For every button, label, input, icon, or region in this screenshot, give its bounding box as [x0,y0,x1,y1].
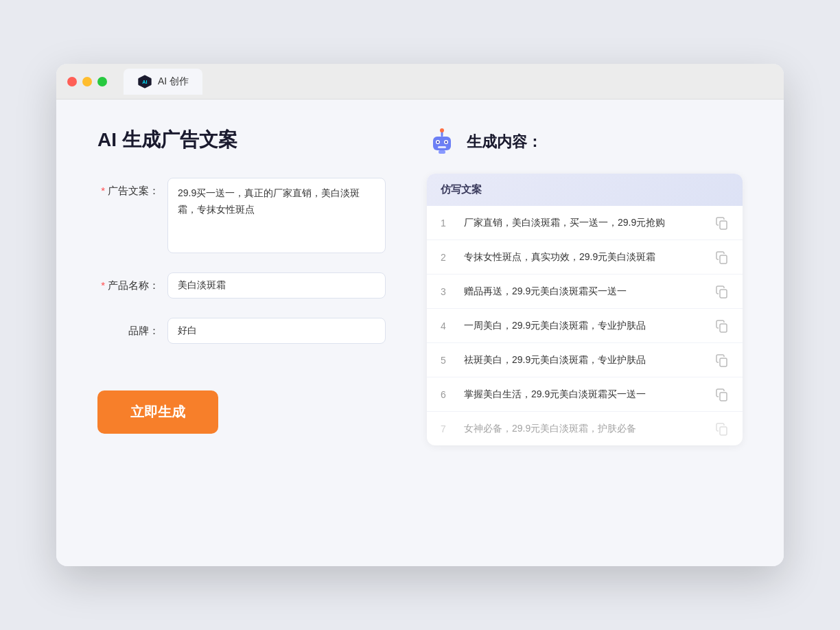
traffic-lights [67,77,107,86]
svg-rect-15 [720,358,727,366]
results-table: 仿写文案 1 厂家直销，美白淡斑霜，买一送一，29.9元抢购 2 专抹女性斑点，… [427,174,743,445]
page-title: AI 生成广告文案 [97,127,386,153]
row-num: 1 [441,218,453,229]
brand-label: 品牌： [97,318,159,338]
svg-rect-13 [720,290,727,298]
ad-copy-required-star: * [101,185,105,196]
copy-icon[interactable] [715,319,729,333]
table-row: 1 厂家直销，美白淡斑霜，买一送一，29.9元抢购 [427,206,743,240]
table-row: 5 祛斑美白，29.9元美白淡斑霜，专业护肤品 [427,343,743,377]
row-num: 4 [441,320,453,331]
row-text: 赠品再送，29.9元美白淡斑霜买一送一 [464,284,704,299]
row-text: 一周美白，29.9元美白淡斑霜，专业护肤品 [464,318,704,333]
row-num: 3 [441,286,453,297]
product-name-input[interactable] [167,272,386,299]
ad-copy-label: *广告文案： [97,178,159,198]
svg-rect-14 [720,324,727,332]
row-text: 女神必备，29.9元美白淡斑霜，护肤必备 [464,421,704,436]
minimize-button[interactable] [82,77,92,86]
table-row: 6 掌握美白生活，29.9元美白淡斑霜买一送一 [427,377,743,412]
table-row: 3 赠品再送，29.9元美白淡斑霜买一送一 [427,275,743,309]
row-text: 专抹女性斑点，真实功效，29.9元美白淡斑霜 [464,250,704,264]
maximize-button[interactable] [97,77,107,86]
svg-rect-17 [720,427,727,435]
ai-creation-tab[interactable]: AI AI 创作 [124,69,202,95]
svg-point-4 [440,128,444,132]
row-num: 6 [441,389,453,400]
ai-tab-icon: AI [137,74,152,89]
row-num: 5 [441,355,453,366]
main-content: AI 生成广告文案 *广告文案： 29.9买一送一，真正的厂家直销，美白淡斑霜，… [56,100,784,566]
table-row: 7 女神必备，29.9元美白淡斑霜，护肤必备 [427,412,743,445]
row-text: 厂家直销，美白淡斑霜，买一送一，29.9元抢购 [464,215,704,230]
result-header: 生成内容： [427,127,743,157]
title-bar: AI AI 创作 [56,64,784,100]
product-required-star: * [101,279,105,291]
robot-icon [427,127,457,157]
copy-icon[interactable] [715,422,729,436]
table-row: 2 专抹女性斑点，真实功效，29.9元美白淡斑霜 [427,240,743,275]
product-name-row: *产品名称： [97,272,386,299]
svg-rect-12 [720,255,727,264]
product-name-label: *产品名称： [97,272,159,292]
copy-icon[interactable] [715,285,729,299]
svg-rect-16 [720,393,727,401]
brand-row: 品牌： [97,318,386,344]
row-text: 掌握美白生活，29.9元美白淡斑霜买一送一 [464,387,704,401]
svg-point-8 [445,141,447,143]
row-num: 2 [441,252,453,263]
copy-icon[interactable] [715,216,729,230]
browser-window: AI AI 创作 AI 生成广告文案 *广告文案： 29.9买一送一，真正的厂家… [56,64,784,566]
result-title: 生成内容： [467,132,542,152]
svg-text:AI: AI [142,79,147,85]
table-header: 仿写文案 [427,174,743,206]
copy-icon[interactable] [715,353,729,367]
right-panel: 生成内容： 仿写文案 1 厂家直销，美白淡斑霜，买一送一，29.9元抢购 2 专… [427,127,743,539]
svg-rect-9 [438,146,446,148]
left-panel: AI 生成广告文案 *广告文案： 29.9买一送一，真正的厂家直销，美白淡斑霜，… [97,127,386,539]
generate-button[interactable]: 立即生成 [97,390,218,434]
row-text: 祛斑美白，29.9元美白淡斑霜，专业护肤品 [464,353,704,367]
tab-label: AI 创作 [158,75,189,88]
table-row: 4 一周美白，29.9元美白淡斑霜，专业护肤品 [427,309,743,343]
brand-input[interactable] [167,318,386,344]
ad-copy-row: *广告文案： 29.9买一送一，真正的厂家直销，美白淡斑霜，专抹女性斑点 [97,178,386,253]
svg-rect-10 [439,150,445,154]
copy-icon[interactable] [715,250,729,264]
svg-rect-11 [720,221,727,229]
svg-point-7 [437,141,439,143]
close-button[interactable] [67,77,77,86]
copy-icon[interactable] [715,388,729,401]
ad-copy-input[interactable]: 29.9买一送一，真正的厂家直销，美白淡斑霜，专抹女性斑点 [167,178,386,253]
row-num: 7 [441,423,453,434]
